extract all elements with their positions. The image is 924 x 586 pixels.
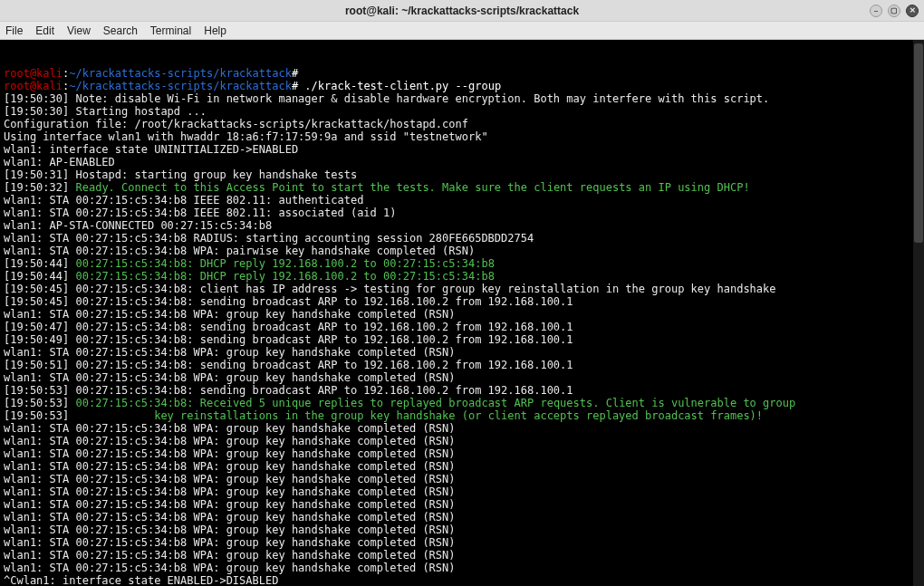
- terminal-line: wlan1: STA 00:27:15:c5:34:b8 WPA: group …: [4, 473, 920, 485]
- terminal-line: [19:50:31] Hostapd: starting group key h…: [4, 168, 920, 181]
- terminal-line: wlan1: STA 00:27:15:c5:34:b8 WPA: group …: [4, 536, 920, 549]
- terminal-line: [19:50:49] 00:27:15:c5:34:b8: sending br…: [4, 333, 920, 346]
- terminal-line: Using interface wlan1 with hwaddr 18:a6:…: [4, 130, 920, 143]
- terminal-line: Configuration file: /root/krackattacks-s…: [4, 118, 920, 130]
- terminal-line: [19:50:30] Note: disable Wi-Fi in networ…: [4, 92, 920, 105]
- menu-file[interactable]: File: [5, 24, 23, 37]
- terminal-line: wlan1: AP-STA-CONNECTED 00:27:15:c5:34:b…: [4, 219, 920, 232]
- terminal-line: wlan1: STA 00:27:15:c5:34:b8 WPA: group …: [4, 460, 920, 473]
- menu-terminal[interactable]: Terminal: [150, 24, 191, 37]
- terminal-line: wlan1: STA 00:27:15:c5:34:b8 WPA: group …: [4, 371, 920, 384]
- terminal[interactable]: root@kali:~/krackattacks-scripts/krackat…: [0, 40, 924, 586]
- terminal-line: wlan1: STA 00:27:15:c5:34:b8 WPA: group …: [4, 308, 920, 321]
- terminal-line: wlan1: STA 00:27:15:c5:34:b8 WPA: group …: [4, 549, 920, 562]
- terminal-line: wlan1: STA 00:27:15:c5:34:b8 IEEE 802.11…: [4, 207, 920, 219]
- terminal-line: ^Cwlan1: interface state ENABLED->DISABL…: [4, 574, 920, 586]
- terminal-line: wlan1: STA 00:27:15:c5:34:b8 WPA: pairwi…: [4, 245, 920, 257]
- terminal-line: wlan1: STA 00:27:15:c5:34:b8 RADIUS: sta…: [4, 232, 920, 245]
- terminal-line: wlan1: STA 00:27:15:c5:34:b8 WPA: group …: [4, 447, 920, 460]
- terminal-line: [19:50:47] 00:27:15:c5:34:b8: sending br…: [4, 321, 920, 333]
- terminal-line: wlan1: STA 00:27:15:c5:34:b8 WPA: group …: [4, 498, 920, 511]
- terminal-line: wlan1: STA 00:27:15:c5:34:b8 WPA: group …: [4, 485, 920, 498]
- terminal-line: [19:50:32] Ready. Connect to this Access…: [4, 181, 920, 194]
- terminal-line: [19:50:44] 00:27:15:c5:34:b8: DHCP reply…: [4, 257, 920, 270]
- terminal-line: [19:50:44] 00:27:15:c5:34:b8: DHCP reply…: [4, 270, 920, 283]
- terminal-line: [19:50:45] 00:27:15:c5:34:b8: sending br…: [4, 295, 920, 308]
- window-title: root@kali: ~/krackattacks-scripts/kracka…: [345, 5, 579, 17]
- terminal-line: wlan1: STA 00:27:15:c5:34:b8 WPA: group …: [4, 511, 920, 524]
- terminal-line: wlan1: STA 00:27:15:c5:34:b8 IEEE 802.11…: [4, 194, 920, 207]
- terminal-line: [19:50:30] Starting hostapd ...: [4, 105, 920, 118]
- terminal-line: [19:50:53] 00:27:15:c5:34:b8: Received 5…: [4, 397, 920, 409]
- prompt-line: root@kali:~/krackattacks-scripts/krackat…: [4, 80, 920, 92]
- menu-bar: File Edit View Search Terminal Help: [0, 22, 924, 40]
- terminal-line: wlan1: AP-ENABLED: [4, 156, 920, 168]
- window-titlebar: root@kali: ~/krackattacks-scripts/kracka…: [0, 0, 924, 22]
- terminal-line: wlan1: STA 00:27:15:c5:34:b8 WPA: group …: [4, 435, 920, 447]
- terminal-line: [19:50:53] 00:27:15:c5:34:b8: sending br…: [4, 384, 920, 397]
- maximize-button[interactable]: ▢: [888, 5, 900, 17]
- menu-view[interactable]: View: [67, 24, 91, 37]
- minimize-button[interactable]: –: [870, 5, 882, 17]
- menu-search[interactable]: Search: [103, 24, 138, 37]
- menu-help[interactable]: Help: [204, 24, 226, 37]
- terminal-line: [19:50:51] 00:27:15:c5:34:b8: sending br…: [4, 359, 920, 371]
- terminal-line: [19:50:45] 00:27:15:c5:34:b8: client has…: [4, 283, 920, 295]
- close-button[interactable]: ✕: [906, 5, 919, 17]
- terminal-line: wlan1: STA 00:27:15:c5:34:b8 WPA: group …: [4, 562, 920, 574]
- terminal-line: wlan1: interface state UNINITIALIZED->EN…: [4, 143, 920, 156]
- menu-edit[interactable]: Edit: [35, 24, 54, 37]
- terminal-line: wlan1: STA 00:27:15:c5:34:b8 WPA: group …: [4, 524, 920, 536]
- window-buttons: – ▢ ✕: [870, 5, 919, 17]
- terminal-line: [19:50:53] key reinstallations in the gr…: [4, 409, 920, 422]
- scrollbar[interactable]: [913, 40, 924, 586]
- scrollbar-thumb[interactable]: [914, 43, 923, 243]
- terminal-line: wlan1: STA 00:27:15:c5:34:b8 WPA: group …: [4, 422, 920, 435]
- terminal-line: wlan1: STA 00:27:15:c5:34:b8 WPA: group …: [4, 346, 920, 359]
- terminal-content: root@kali:~/krackattacks-scripts/krackat…: [4, 67, 920, 586]
- prompt-line: root@kali:~/krackattacks-scripts/krackat…: [4, 67, 920, 80]
